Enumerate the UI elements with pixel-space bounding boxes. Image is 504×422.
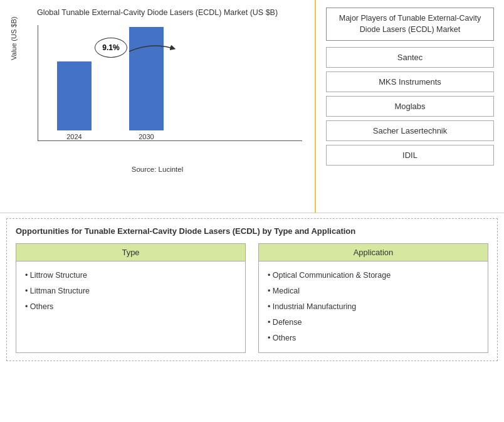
type-column: Type Littrow Structure Littman Structure…	[16, 243, 246, 353]
application-header: Application	[259, 244, 488, 261]
application-content: Optical Communication & Storage Medical …	[259, 261, 488, 352]
player-item-santec: Santec	[326, 47, 494, 68]
bar-group-2024: 2024	[57, 61, 92, 140]
type-content: Littrow Structure Littman Structure Othe…	[16, 261, 245, 321]
player-item-sacher: Sacher Lasertechnik	[326, 120, 494, 141]
annotation-arrow	[126, 39, 176, 58]
two-col: Type Littrow Structure Littman Structure…	[16, 243, 488, 353]
type-item-2: Others	[25, 299, 236, 315]
type-item-1: Littman Structure	[25, 283, 236, 299]
bar-label-2024: 2024	[66, 133, 81, 140]
opportunities-title: Opportunities for Tunable External-Cavit…	[16, 226, 488, 236]
bar-2024	[57, 61, 92, 130]
source-text: Source: Lucintel	[13, 166, 302, 173]
bar-label-2030: 2030	[139, 133, 154, 140]
players-title: Major Players of Tunable External-Cavity…	[326, 8, 494, 41]
players-area: Major Players of Tunable External-Cavity…	[316, 0, 504, 213]
player-item-mks: MKS Instruments	[326, 71, 494, 92]
player-item-moglabs: Moglabs	[326, 96, 494, 117]
chart-area: Global Tunable External-Cavity Diode Las…	[0, 0, 316, 213]
app-item-4: Others	[268, 330, 479, 346]
annotation-text: 9.1%	[102, 43, 119, 52]
application-column: Application Optical Communication & Stor…	[258, 243, 488, 353]
app-item-3: Defense	[268, 315, 479, 330]
bars-wrapper: 2024 2030 9.1%	[38, 25, 302, 141]
opportunities-section: Opportunities for Tunable External-Cavit…	[6, 218, 498, 361]
type-header: Type	[16, 244, 245, 261]
app-item-2: Industrial Manufacturing	[268, 299, 479, 315]
chart-title: Global Tunable External-Cavity Diode Las…	[13, 8, 302, 19]
app-item-1: Medical	[268, 283, 479, 299]
y-axis-label: Value (US $B)	[10, 16, 18, 60]
type-item-0: Littrow Structure	[25, 268, 236, 283]
app-item-0: Optical Communication & Storage	[268, 268, 479, 283]
annotation-bubble: 9.1%	[95, 38, 127, 58]
chart-container: Value (US $B) 2024 2030 9.1%	[13, 25, 302, 163]
player-item-idil: IDIL	[326, 145, 494, 166]
